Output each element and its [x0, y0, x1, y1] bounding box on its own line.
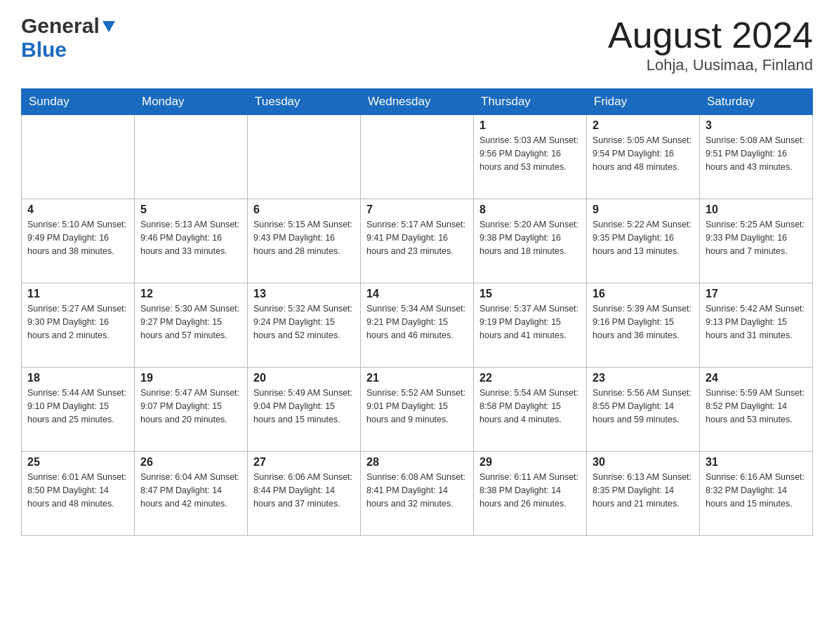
calendar-cell: 17Sunrise: 5:42 AM Sunset: 9:13 PM Dayli… — [700, 283, 813, 368]
day-number: 28 — [366, 456, 468, 469]
calendar-cell: 23Sunrise: 5:56 AM Sunset: 8:55 PM Dayli… — [587, 368, 700, 452]
calendar-cell: 19Sunrise: 5:47 AM Sunset: 9:07 PM Dayli… — [135, 368, 248, 452]
day-number: 19 — [140, 372, 241, 384]
calendar-cell: 10Sunrise: 5:25 AM Sunset: 9:33 PM Dayli… — [700, 199, 813, 283]
calendar-cell: 3Sunrise: 5:08 AM Sunset: 9:51 PM Daylig… — [700, 115, 813, 199]
calendar-cell: 25Sunrise: 6:01 AM Sunset: 8:50 PM Dayli… — [22, 452, 135, 536]
calendar-cell: 7Sunrise: 5:17 AM Sunset: 9:41 PM Daylig… — [361, 199, 474, 283]
calendar-cell: 26Sunrise: 6:04 AM Sunset: 8:47 PM Dayli… — [135, 452, 248, 536]
day-info: Sunrise: 6:08 AM Sunset: 8:41 PM Dayligh… — [366, 471, 468, 510]
calendar-week-row: 18Sunrise: 5:44 AM Sunset: 9:10 PM Dayli… — [22, 368, 813, 452]
calendar-cell: 9Sunrise: 5:22 AM Sunset: 9:35 PM Daylig… — [587, 199, 700, 283]
day-header-thursday: Thursday — [474, 89, 587, 115]
day-number: 5 — [140, 203, 241, 216]
day-info: Sunrise: 5:13 AM Sunset: 9:46 PM Dayligh… — [140, 218, 241, 257]
calendar-header-row: SundayMondayTuesdayWednesdayThursdayFrid… — [22, 89, 813, 115]
calendar-cell: 13Sunrise: 5:32 AM Sunset: 9:24 PM Dayli… — [248, 283, 361, 368]
calendar-cell: 6Sunrise: 5:15 AM Sunset: 9:43 PM Daylig… — [248, 199, 361, 283]
day-number: 7 — [366, 203, 468, 216]
calendar-week-row: 1Sunrise: 5:03 AM Sunset: 9:56 PM Daylig… — [22, 115, 813, 199]
day-info: Sunrise: 6:01 AM Sunset: 8:50 PM Dayligh… — [27, 471, 128, 510]
calendar-cell: 22Sunrise: 5:54 AM Sunset: 8:58 PM Dayli… — [474, 368, 587, 452]
day-number: 12 — [140, 288, 241, 300]
calendar-week-row: 11Sunrise: 5:27 AM Sunset: 9:30 PM Dayli… — [22, 283, 813, 368]
day-info: Sunrise: 5:56 AM Sunset: 8:55 PM Dayligh… — [593, 387, 694, 426]
day-number: 26 — [140, 456, 241, 469]
day-number: 16 — [593, 288, 694, 300]
calendar-cell — [248, 115, 361, 199]
day-info: Sunrise: 6:04 AM Sunset: 8:47 PM Dayligh… — [140, 471, 241, 510]
day-info: Sunrise: 5:17 AM Sunset: 9:41 PM Dayligh… — [366, 218, 468, 257]
day-info: Sunrise: 5:47 AM Sunset: 9:07 PM Dayligh… — [140, 387, 241, 426]
logo-blue-text: Blue — [21, 38, 67, 62]
day-info: Sunrise: 5:25 AM Sunset: 9:33 PM Dayligh… — [706, 218, 807, 257]
day-number: 3 — [706, 119, 807, 132]
title-section: August 2024 Lohja, Uusimaa, Finland — [608, 14, 813, 74]
day-info: Sunrise: 5:03 AM Sunset: 9:56 PM Dayligh… — [479, 134, 581, 173]
day-info: Sunrise: 5:44 AM Sunset: 9:10 PM Dayligh… — [27, 387, 128, 426]
day-info: Sunrise: 5:49 AM Sunset: 9:04 PM Dayligh… — [253, 387, 355, 426]
calendar-cell: 2Sunrise: 5:05 AM Sunset: 9:54 PM Daylig… — [587, 115, 700, 199]
day-info: Sunrise: 5:42 AM Sunset: 9:13 PM Dayligh… — [706, 302, 807, 342]
location: Lohja, Uusimaa, Finland — [608, 56, 813, 74]
day-number: 14 — [366, 288, 468, 300]
day-info: Sunrise: 5:08 AM Sunset: 9:51 PM Dayligh… — [706, 134, 807, 173]
day-info: Sunrise: 6:06 AM Sunset: 8:44 PM Dayligh… — [253, 471, 355, 510]
calendar-cell: 29Sunrise: 6:11 AM Sunset: 8:38 PM Dayli… — [474, 452, 587, 536]
calendar-cell: 8Sunrise: 5:20 AM Sunset: 9:38 PM Daylig… — [474, 199, 587, 283]
calendar-week-row: 4Sunrise: 5:10 AM Sunset: 9:49 PM Daylig… — [22, 199, 813, 283]
day-info: Sunrise: 5:20 AM Sunset: 9:38 PM Dayligh… — [479, 218, 581, 257]
logo-general-text: General — [21, 14, 100, 38]
calendar-cell: 18Sunrise: 5:44 AM Sunset: 9:10 PM Dayli… — [22, 368, 135, 452]
calendar-cell: 4Sunrise: 5:10 AM Sunset: 9:49 PM Daylig… — [22, 199, 135, 283]
day-info: Sunrise: 6:16 AM Sunset: 8:32 PM Dayligh… — [706, 471, 807, 510]
day-header-friday: Friday — [587, 89, 700, 115]
calendar-table: SundayMondayTuesdayWednesdayThursdayFrid… — [21, 88, 813, 536]
day-info: Sunrise: 5:10 AM Sunset: 9:49 PM Dayligh… — [27, 218, 128, 257]
day-number: 29 — [479, 456, 581, 469]
day-number: 11 — [27, 288, 128, 300]
page-header: General Blue August 2024 Lohja, Uusimaa,… — [21, 14, 813, 74]
day-header-saturday: Saturday — [700, 89, 813, 115]
calendar-cell: 5Sunrise: 5:13 AM Sunset: 9:46 PM Daylig… — [135, 199, 248, 283]
day-header-wednesday: Wednesday — [361, 89, 474, 115]
day-info: Sunrise: 6:11 AM Sunset: 8:38 PM Dayligh… — [479, 471, 581, 510]
day-info: Sunrise: 5:27 AM Sunset: 9:30 PM Dayligh… — [27, 302, 128, 342]
day-number: 23 — [593, 372, 694, 384]
calendar-week-row: 25Sunrise: 6:01 AM Sunset: 8:50 PM Dayli… — [22, 452, 813, 536]
day-info: Sunrise: 5:05 AM Sunset: 9:54 PM Dayligh… — [593, 134, 694, 173]
calendar-cell: 1Sunrise: 5:03 AM Sunset: 9:56 PM Daylig… — [474, 115, 587, 199]
day-info: Sunrise: 6:13 AM Sunset: 8:35 PM Dayligh… — [593, 471, 694, 510]
day-number: 30 — [593, 456, 694, 469]
day-number: 15 — [479, 288, 581, 300]
calendar-cell: 16Sunrise: 5:39 AM Sunset: 9:16 PM Dayli… — [587, 283, 700, 368]
day-number: 18 — [27, 372, 128, 384]
day-number: 2 — [593, 119, 694, 132]
day-number: 10 — [706, 203, 807, 216]
month-title: August 2024 — [608, 14, 813, 56]
calendar-cell: 24Sunrise: 5:59 AM Sunset: 8:52 PM Dayli… — [700, 368, 813, 452]
calendar-cell — [22, 115, 135, 199]
day-info: Sunrise: 5:32 AM Sunset: 9:24 PM Dayligh… — [253, 302, 355, 342]
day-info: Sunrise: 5:39 AM Sunset: 9:16 PM Dayligh… — [593, 302, 694, 342]
calendar-cell: 15Sunrise: 5:37 AM Sunset: 9:19 PM Dayli… — [474, 283, 587, 368]
calendar-cell: 30Sunrise: 6:13 AM Sunset: 8:35 PM Dayli… — [587, 452, 700, 536]
day-number: 20 — [253, 372, 355, 384]
logo: General Blue — [21, 14, 117, 62]
day-info: Sunrise: 5:30 AM Sunset: 9:27 PM Dayligh… — [140, 302, 241, 342]
day-info: Sunrise: 5:22 AM Sunset: 9:35 PM Dayligh… — [593, 218, 694, 257]
day-number: 9 — [593, 203, 694, 216]
day-number: 21 — [366, 372, 468, 384]
svg-marker-0 — [102, 21, 115, 32]
day-number: 24 — [706, 372, 807, 384]
day-number: 13 — [253, 288, 355, 300]
day-info: Sunrise: 5:15 AM Sunset: 9:43 PM Dayligh… — [253, 218, 355, 257]
day-info: Sunrise: 5:37 AM Sunset: 9:19 PM Dayligh… — [479, 302, 581, 342]
calendar-cell: 12Sunrise: 5:30 AM Sunset: 9:27 PM Dayli… — [135, 283, 248, 368]
calendar-cell: 21Sunrise: 5:52 AM Sunset: 9:01 PM Dayli… — [361, 368, 474, 452]
day-number: 17 — [706, 288, 807, 300]
logo-arrow-icon — [101, 18, 117, 34]
calendar-cell: 20Sunrise: 5:49 AM Sunset: 9:04 PM Dayli… — [248, 368, 361, 452]
day-info: Sunrise: 5:34 AM Sunset: 9:21 PM Dayligh… — [366, 302, 468, 342]
day-number: 4 — [27, 203, 128, 216]
